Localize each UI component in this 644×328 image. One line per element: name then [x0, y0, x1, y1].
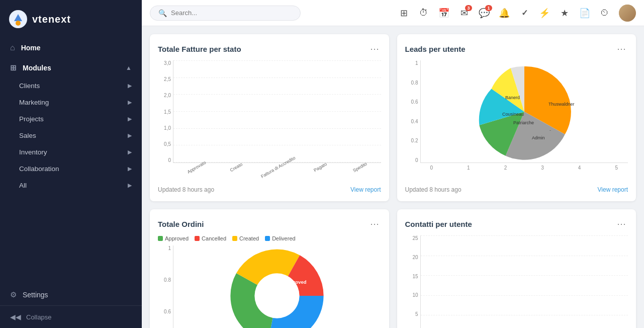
sidebar-item-collaboration[interactable]: Collaboration ▶: [0, 160, 142, 177]
card-title-fatture: Totale Fatture per stato: [158, 45, 241, 53]
settings-label: Settings: [23, 291, 48, 299]
label-dash: -: [549, 128, 551, 133]
inventory-arrow-icon: ▶: [128, 149, 132, 155]
sidebar-item-all[interactable]: All ▶: [0, 177, 142, 194]
collaboration-label: Collaboration: [19, 165, 59, 173]
search-icon: 🔍: [158, 9, 167, 17]
settings-icon: ⚙: [10, 290, 17, 299]
dashboard: Totale Fatture per stato ⋯ 0 0,5 1,0 1,5…: [142, 26, 644, 328]
svg-point-1: [16, 21, 21, 26]
collapse-button[interactable]: ◀◀ Collapse: [0, 305, 142, 328]
main-content: 🔍 ⊞ ⏱ 📅 ✉ 3 💬 1 🔔: [142, 0, 644, 328]
updated-leads: Updated 8 hours ago: [405, 186, 462, 193]
check-icon-btn[interactable]: ✓: [515, 4, 533, 22]
modules-header[interactable]: ⊞ Modules ▲: [0, 58, 142, 77]
mail-badge: 3: [465, 5, 472, 11]
yaxis-ordini: 0 0.6 0.8 1: [158, 245, 173, 328]
bolt-icon: ⚡: [539, 8, 550, 19]
screen-icon-btn[interactable]: ⊞: [395, 4, 413, 22]
bar-chart-fatture: 0 0,5 1,0 1,5 2,0 2,5 3,0: [158, 60, 381, 181]
timer-icon-btn[interactable]: ⏲: [596, 4, 614, 22]
card-header-contatti: Contatti per utente ⋯: [405, 217, 628, 230]
sidebar-item-sales[interactable]: Sales ▶: [0, 127, 142, 144]
projects-label: Projects: [19, 115, 44, 123]
modules-arrow-icon: ▲: [126, 64, 132, 71]
chat-badge: 1: [485, 5, 492, 11]
topbar-icons: ⊞ ⏱ 📅 ✉ 3 💬 1 🔔 ✓ ⚡: [395, 4, 636, 22]
yaxis-contatti: 0 5 10 15 20 25: [405, 235, 420, 328]
donut-svg: Delivered Approved: [229, 248, 325, 329]
card-title-contatti: Contatti per utente: [405, 220, 472, 228]
sidebar-item-home[interactable]: ⌂ Home: [0, 37, 142, 58]
mail-icon-btn[interactable]: ✉ 3: [455, 4, 473, 22]
card-menu-fatture[interactable]: ⋯: [368, 42, 381, 55]
screen-icon: ⊞: [400, 8, 408, 19]
view-report-leads[interactable]: View report: [598, 186, 628, 193]
donut-area: Delivered Approved: [173, 245, 381, 328]
donut-chart-area: 0 0.6 0.8 1 Deli: [158, 245, 381, 328]
xaxis-fatture: Approvato Creato Fattura di Accredito Pa…: [173, 163, 381, 181]
bars-area-fatture: [173, 60, 381, 163]
sidebar-item-clients[interactable]: Clients ▶: [0, 77, 142, 94]
pie-chart-leads: 0 0.2 0.4 0.6 0.8 1: [405, 60, 628, 181]
search-input[interactable]: [171, 9, 292, 17]
collapse-label: Collapse: [26, 313, 52, 321]
pie-area: Thuswaldner Patriarche Cousineau Banerd …: [420, 60, 628, 163]
avatar-image: [619, 5, 636, 22]
chat-icon-btn[interactable]: 💬 1: [475, 4, 493, 22]
logo-icon: [8, 9, 28, 29]
legend-dot-approved: [158, 236, 163, 241]
sidebar: vtenext ⌂ Home ⊞ Modules ▲ Clients ▶ Mar…: [0, 0, 142, 328]
doc-icon-btn[interactable]: 📄: [576, 4, 594, 22]
sidebar-item-settings[interactable]: ⚙ Settings: [0, 284, 142, 305]
star-icon: ★: [561, 8, 569, 19]
donut-label-delivered: Delivered: [264, 289, 286, 294]
legend-dot-cancelled: [195, 236, 200, 241]
sidebar-item-projects[interactable]: Projects ▶: [0, 111, 142, 127]
legend-label-approved: Approved: [165, 235, 189, 241]
bell-icon-btn[interactable]: 🔔: [495, 4, 513, 22]
history-icon-btn[interactable]: ⏱: [415, 4, 433, 22]
bar-chart-contatti: 0 5 10 15 20 25: [405, 235, 628, 328]
label-patriarche: Patriarche: [513, 120, 534, 125]
card-menu-leads[interactable]: ⋯: [615, 42, 628, 55]
topbar: 🔍 ⊞ ⏱ 📅 ✉ 3 💬 1 🔔: [142, 0, 644, 26]
legend-label-cancelled: Cancelled: [202, 235, 226, 241]
xaxis-leads: 0 1 2 3 4 5: [420, 163, 628, 181]
card-menu-contatti[interactable]: ⋯: [615, 217, 628, 230]
home-icon: ⌂: [10, 43, 15, 52]
search-box[interactable]: 🔍: [150, 6, 301, 21]
star-icon-btn[interactable]: ★: [556, 4, 574, 22]
legend-created: Created: [232, 235, 259, 241]
sidebar-item-marketing[interactable]: Marketing ▶: [0, 94, 142, 111]
check-icon: ✓: [521, 8, 528, 18]
sales-arrow-icon: ▶: [128, 132, 132, 139]
timer-icon: ⏲: [600, 8, 609, 18]
inventory-label: Inventory: [19, 148, 47, 156]
projects-arrow-icon: ▶: [128, 116, 132, 122]
logo-area[interactable]: vtenext: [0, 0, 142, 37]
card-menu-ordini[interactable]: ⋯: [368, 217, 381, 230]
calendar-icon-btn[interactable]: 📅: [435, 4, 453, 22]
pie-svg: Thuswaldner Patriarche Cousineau Banerd …: [474, 61, 575, 162]
all-arrow-icon: ▶: [128, 182, 132, 189]
label-cousineau: Cousineau: [502, 112, 524, 117]
home-label: Home: [21, 44, 41, 52]
user-avatar[interactable]: [619, 5, 636, 22]
card-totale-fatture: Totale Fatture per stato ⋯ 0 0,5 1,0 1,5…: [150, 34, 389, 201]
calendar-icon: 📅: [438, 8, 449, 19]
view-report-fatture[interactable]: View report: [350, 186, 381, 193]
sidebar-item-inventory[interactable]: Inventory ▶: [0, 144, 142, 160]
card-header-ordini: Totale Ordini ⋯: [158, 217, 381, 230]
clients-label: Clients: [19, 82, 40, 90]
ordini-legend: Approved Cancelled Created Delivered: [158, 235, 381, 241]
nav-items: Clients ▶ Marketing ▶ Projects ▶ Sales ▶…: [0, 77, 142, 194]
legend-dot-delivered: [265, 236, 270, 241]
gridlines-contatti: [421, 235, 628, 328]
bars-area-contatti: [420, 235, 628, 328]
bell-icon: 🔔: [499, 8, 510, 19]
card-totale-ordini: Totale Ordini ⋯ Approved Cancelled Creat…: [150, 209, 389, 328]
bolt-icon-btn[interactable]: ⚡: [535, 4, 554, 22]
card-footer-leads: Updated 8 hours ago View report: [405, 186, 628, 193]
collaboration-arrow-icon: ▶: [128, 166, 132, 172]
